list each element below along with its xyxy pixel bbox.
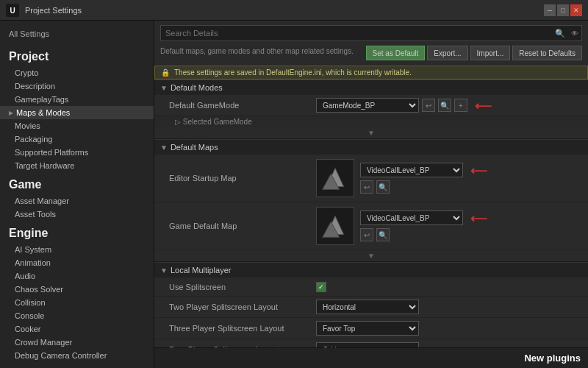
- section-title: Default Modes: [171, 83, 223, 92]
- red-arrow-icon: ⟵: [470, 211, 487, 225]
- sidebar: All Settings Project Crypto Description …: [0, 21, 154, 368]
- sidebar-section-project: Project: [0, 44, 154, 66]
- sidebar-item-asset-manager[interactable]: Asset Manager: [0, 194, 154, 208]
- sidebar-item-gameplaytags[interactable]: GameplayTags: [0, 93, 154, 106]
- map-controls-row-bottom: ↩ 🔍: [360, 180, 582, 194]
- sidebar-item-description[interactable]: Description: [0, 79, 154, 93]
- setting-label-default-gamemode: Default GameMode: [169, 101, 316, 110]
- sidebar-item-cooker[interactable]: Cooker: [0, 322, 154, 336]
- sidebar-item-chaos-solver[interactable]: Chaos Solver: [0, 283, 154, 296]
- content-description: Default maps, game modes and other map r…: [160, 47, 354, 55]
- add-icon[interactable]: +: [454, 99, 467, 112]
- all-settings-link[interactable]: All Settings: [0, 26, 154, 44]
- setting-label-three-player: Three Player Splitscreen Layout: [169, 324, 316, 333]
- map-label-game-default: Game Default Map: [169, 222, 316, 230]
- two-player-layout-dropdown[interactable]: Horizontal: [316, 300, 419, 314]
- close-button[interactable]: ✕: [570, 4, 582, 16]
- reset-icon[interactable]: ↩: [422, 99, 435, 112]
- sidebar-item-target-hardware[interactable]: Target Hardware: [0, 159, 154, 172]
- sidebar-item-asset-tools[interactable]: Asset Tools: [0, 208, 154, 221]
- sidebar-item-collision[interactable]: Collision: [0, 296, 154, 309]
- main-layout: All Settings Project Crypto Description …: [0, 21, 588, 368]
- map-preview-editor-startup: [316, 159, 354, 197]
- search-icon[interactable]: 🔍: [376, 180, 390, 194]
- map-controls-row-bottom: ↩ 🔍: [360, 228, 582, 241]
- app-logo: U: [6, 4, 19, 17]
- content-panel: 🔍 👁 Default maps, game modes and other m…: [154, 21, 588, 368]
- sidebar-item-ai-system[interactable]: AI System: [0, 243, 154, 256]
- warning-text: These settings are saved in DefaultEngin…: [174, 68, 412, 77]
- sidebar-item-supported-platforms[interactable]: Supported Platforms: [0, 146, 154, 159]
- search-icon[interactable]: 🔍: [376, 228, 390, 241]
- search-bar: 🔍 👁: [160, 25, 582, 41]
- setting-control-use-splitscreen: [316, 282, 582, 292]
- import-button[interactable]: Import...: [470, 46, 511, 60]
- sidebar-item-packaging[interactable]: Packaging: [0, 132, 154, 146]
- setting-label-two-player: Two Player Splitscreen Layout: [169, 302, 316, 311]
- setting-control-two-player: Horizontal: [316, 300, 582, 314]
- selected-gamemode-label: ▷ Selected GameMode: [175, 118, 252, 126]
- map-controls-game-default: VideoCallLevel_BP ⟵ ↩ 🔍: [360, 210, 582, 241]
- sidebar-section-engine: Engine: [0, 221, 154, 243]
- section-title: Local Multiplayer: [171, 266, 232, 275]
- search-input[interactable]: [161, 29, 552, 38]
- content-header: 🔍 👁 Default maps, game modes and other m…: [154, 21, 588, 66]
- sidebar-section-game: Game: [0, 172, 154, 194]
- map-controls-editor-startup: VideoCallLevel_BP ⟵ ↩ 🔍: [360, 163, 582, 194]
- map-controls-row-top: VideoCallLevel_BP ⟵: [360, 210, 582, 225]
- eye-icon: 👁: [568, 29, 581, 38]
- section-header-default-modes[interactable]: ▼ Default Modes: [154, 79, 588, 95]
- default-gamemode-dropdown[interactable]: GameMode_BP: [316, 98, 419, 113]
- reset-icon[interactable]: ↩: [360, 180, 373, 194]
- sidebar-item-debug-camera[interactable]: Debug Camera Controller: [0, 349, 154, 362]
- window-controls: ─ □ ✕: [544, 4, 582, 16]
- set-as-default-button[interactable]: Set as Default: [366, 46, 426, 60]
- setting-row-four-player: Four Player Splitscreen Layout Grid: [154, 339, 588, 347]
- map-thumbnail-svg: [317, 208, 354, 244]
- section-collapse-icon: ▼: [160, 84, 168, 92]
- section-default-modes: ▼ Default Modes Default GameMode GameMod…: [154, 79, 588, 139]
- sidebar-item-crypto[interactable]: Crypto: [0, 66, 154, 79]
- game-default-map-dropdown[interactable]: VideoCallLevel_BP: [360, 210, 463, 225]
- section-header-local-multiplayer[interactable]: ▼ Local Multiplayer: [154, 262, 588, 277]
- section-body-default-modes: Default GameMode GameMode_BP ↩ 🔍 + ⟵: [154, 95, 588, 138]
- section-collapse-icon: ▼: [160, 266, 168, 275]
- section-local-multiplayer: ▼ Local Multiplayer Use Splitscreen Two …: [154, 262, 588, 347]
- sidebar-item-maps-modes[interactable]: ▶ Maps & Modes: [0, 106, 154, 119]
- red-arrow-icon: ⟵: [470, 163, 487, 177]
- new-plugins-text: New plugins: [524, 353, 581, 364]
- search-icon: 🔍: [552, 29, 568, 38]
- four-player-layout-dropdown[interactable]: Grid: [316, 342, 419, 347]
- triangle-down: ▼: [154, 127, 588, 138]
- minimize-button[interactable]: ─: [544, 4, 556, 16]
- setting-control-four-player: Grid: [316, 342, 582, 347]
- search-icon[interactable]: 🔍: [438, 99, 451, 112]
- map-row-game-default: Game Default Map VideoCallLeve: [154, 202, 588, 250]
- map-thumbnail-svg: [317, 160, 354, 197]
- editor-startup-map-dropdown[interactable]: VideoCallLevel_BP: [360, 163, 463, 177]
- settings-content: ▼ Default Modes Default GameMode GameMod…: [154, 79, 588, 347]
- reset-icon[interactable]: ↩: [360, 228, 373, 241]
- selected-gamemode-row[interactable]: ▷ Selected GameMode: [154, 116, 588, 127]
- map-label-editor-startup: Editor Startup Map: [169, 174, 316, 183]
- sidebar-item-movies[interactable]: Movies: [0, 119, 154, 132]
- sidebar-item-audio[interactable]: Audio: [0, 269, 154, 283]
- sidebar-item-crowd-manager[interactable]: Crowd Manager: [0, 336, 154, 349]
- three-player-layout-dropdown[interactable]: Favor Top: [316, 321, 419, 336]
- window-title: Project Settings: [25, 6, 544, 15]
- map-preview-game-default: [316, 207, 354, 245]
- setting-row-two-player: Two Player Splitscreen Layout Horizontal: [154, 297, 588, 318]
- setting-label-use-splitscreen: Use Splitscreen: [169, 283, 316, 291]
- sidebar-item-console[interactable]: Console: [0, 309, 154, 322]
- setting-control-three-player: Favor Top: [316, 321, 582, 336]
- section-header-default-maps[interactable]: ▼ Default Maps: [154, 139, 588, 155]
- svg-text:U: U: [10, 7, 15, 15]
- export-button[interactable]: Export...: [427, 46, 467, 60]
- maximize-button[interactable]: □: [557, 4, 569, 16]
- section-body-default-maps: Editor Startup Map VideoCallLe: [154, 155, 588, 261]
- content-toolbar: Set as Default Export... Import... Reset…: [366, 46, 582, 60]
- use-splitscreen-checkbox[interactable]: [316, 282, 326, 292]
- reset-to-defaults-button[interactable]: Reset to Defaults: [512, 46, 582, 60]
- sidebar-item-animation[interactable]: Animation: [0, 256, 154, 269]
- section-default-maps: ▼ Default Maps Editor Startup Map: [154, 139, 588, 262]
